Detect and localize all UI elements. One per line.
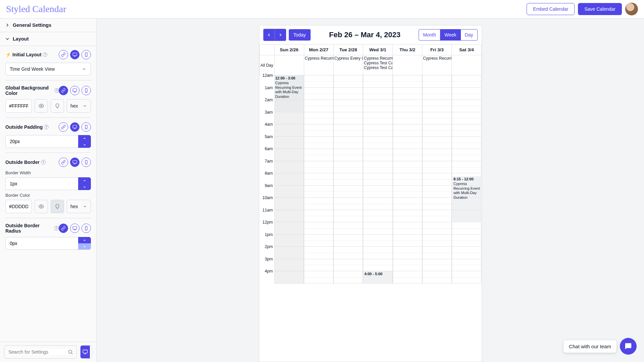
time-slot[interactable]	[393, 137, 422, 149]
time-slot[interactable]	[393, 161, 422, 174]
help-icon[interactable]: ?	[54, 226, 59, 231]
allday-cell[interactable]: Cypress Every Oth	[333, 55, 363, 75]
help-icon[interactable]: ?	[44, 125, 49, 129]
time-slot[interactable]	[363, 222, 392, 235]
link-device-icon[interactable]	[59, 122, 68, 132]
time-slot[interactable]	[422, 88, 452, 100]
color-format-select[interactable]: hex	[67, 99, 91, 113]
time-slot[interactable]	[304, 235, 333, 247]
help-icon[interactable]: ?	[43, 52, 47, 57]
time-slot[interactable]	[393, 210, 422, 223]
allday-cell[interactable]: Cypress RecurringCypress Test CaleCypres…	[363, 55, 392, 75]
time-slot[interactable]	[333, 149, 363, 161]
time-slot[interactable]	[393, 186, 422, 198]
time-slot[interactable]	[304, 259, 333, 272]
time-slot[interactable]	[274, 173, 304, 186]
time-slot[interactable]	[363, 247, 392, 259]
time-slot[interactable]	[304, 75, 333, 88]
time-slot[interactable]	[422, 259, 452, 272]
global-bg-input[interactable]	[5, 99, 32, 113]
calendar-event[interactable]: 4:00 - 5:00	[363, 271, 392, 284]
time-slot[interactable]	[363, 173, 392, 186]
time-slot[interactable]	[452, 235, 481, 247]
time-slot[interactable]	[274, 186, 304, 198]
time-slot[interactable]	[304, 271, 333, 284]
time-slot[interactable]	[333, 235, 363, 247]
time-slot[interactable]	[304, 161, 333, 174]
time-slot[interactable]	[304, 100, 333, 112]
time-slot[interactable]	[393, 75, 422, 88]
time-slot[interactable]	[363, 112, 392, 125]
time-slot[interactable]	[422, 112, 452, 125]
time-slot[interactable]	[304, 198, 333, 210]
time-slot[interactable]	[422, 210, 452, 223]
time-slot[interactable]	[422, 149, 452, 161]
time-slot[interactable]	[393, 100, 422, 112]
time-slot[interactable]	[333, 222, 363, 235]
time-slot[interactable]	[274, 137, 304, 149]
avatar[interactable]	[625, 3, 638, 15]
time-slot[interactable]	[274, 161, 304, 174]
allday-event[interactable]: Cypress Recurring	[423, 56, 451, 61]
time-slot[interactable]	[333, 247, 363, 259]
time-slot[interactable]	[333, 161, 363, 174]
time-slot[interactable]	[363, 235, 392, 247]
time-slot[interactable]	[422, 100, 452, 112]
section-general-settings[interactable]: General Settings	[0, 18, 96, 32]
time-slot[interactable]	[274, 198, 304, 210]
time-slot[interactable]	[452, 100, 481, 112]
dropper-icon[interactable]	[51, 99, 64, 113]
time-slot[interactable]	[393, 173, 422, 186]
view-week[interactable]: Week	[440, 29, 461, 41]
time-slot[interactable]	[393, 198, 422, 210]
dropper-icon[interactable]	[51, 200, 64, 213]
time-slot[interactable]	[452, 259, 481, 272]
stepper-up[interactable]	[78, 177, 91, 184]
stepper-up[interactable]	[78, 237, 91, 243]
border-width-input[interactable]	[5, 177, 78, 190]
time-slot[interactable]	[304, 124, 333, 137]
time-slot[interactable]	[452, 222, 481, 235]
stepper-down[interactable]	[78, 243, 91, 250]
time-slot[interactable]	[363, 210, 392, 223]
time-slot[interactable]	[452, 247, 481, 259]
stepper-up[interactable]	[78, 135, 91, 141]
time-slot[interactable]	[422, 222, 452, 235]
time-slot[interactable]	[274, 124, 304, 137]
time-slot[interactable]	[363, 198, 392, 210]
chat-button[interactable]	[620, 338, 637, 355]
time-slot[interactable]	[333, 100, 363, 112]
time-slot[interactable]	[452, 271, 481, 284]
time-slot[interactable]	[452, 112, 481, 125]
allday-event[interactable]: Cypress Recurring	[305, 56, 333, 61]
time-slot[interactable]	[333, 259, 363, 272]
desktop-device-icon[interactable]	[70, 158, 79, 167]
next-button[interactable]	[275, 29, 286, 41]
time-slot[interactable]	[452, 124, 481, 137]
section-layout[interactable]: Layout	[0, 32, 96, 46]
time-slot[interactable]	[393, 88, 422, 100]
outside-radius-input[interactable]	[5, 237, 78, 250]
link-device-icon[interactable]	[59, 158, 68, 167]
mobile-device-icon[interactable]	[82, 224, 91, 233]
border-color-input[interactable]	[5, 200, 32, 213]
time-slot[interactable]	[422, 186, 452, 198]
time-slot[interactable]	[304, 137, 333, 149]
link-device-icon[interactable]	[59, 50, 68, 59]
eye-icon[interactable]	[35, 99, 48, 113]
initial-layout-select[interactable]: Time Grid Week View	[5, 63, 91, 75]
allday-cell[interactable]: Cypress Recurring	[304, 55, 333, 75]
time-slot[interactable]	[304, 222, 333, 235]
mobile-device-icon[interactable]	[82, 158, 91, 167]
time-slot[interactable]	[422, 161, 452, 174]
time-slot[interactable]	[393, 112, 422, 125]
time-slot[interactable]	[422, 235, 452, 247]
view-day[interactable]: Day	[461, 29, 478, 41]
allday-cell[interactable]	[452, 55, 481, 75]
time-slot[interactable]	[333, 271, 363, 284]
preview-mobile[interactable]	[90, 346, 92, 358]
time-slot[interactable]	[363, 124, 392, 137]
time-slot[interactable]	[274, 247, 304, 259]
desktop-device-icon[interactable]	[70, 50, 79, 59]
stepper-down[interactable]	[78, 184, 91, 190]
